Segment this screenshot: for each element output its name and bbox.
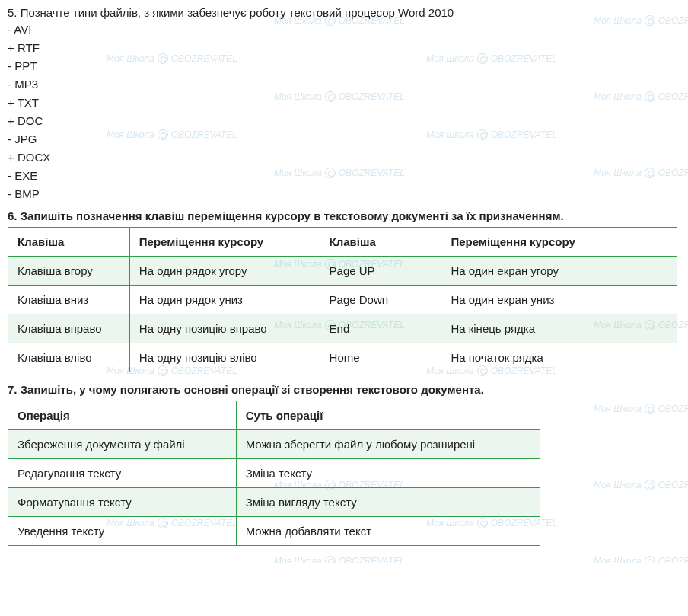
option: + RTF: [8, 39, 680, 57]
table-cell: На кінець рядка: [441, 314, 677, 343]
table-cell: Форматування тексту: [8, 488, 237, 517]
table-cell: Зміна тексту: [236, 459, 540, 488]
table-cell: Клавіша вгору: [8, 257, 130, 286]
table-cell: Page Down: [320, 286, 441, 314]
table-cell: Зміна вигляду тексту: [236, 488, 540, 517]
question-5-title: 5. Позначте типи файлів, з якими забезпе…: [8, 6, 680, 19]
table-cell: На один екран угору: [441, 257, 677, 286]
option: - BMP: [8, 185, 680, 203]
table-cell: На один екран униз: [441, 286, 677, 314]
table-cell: Клавіша вліво: [8, 343, 130, 372]
table-header: Переміщення курсору: [441, 228, 677, 257]
table-row: Клавіша вліво На одну позицію вліво Home…: [8, 343, 677, 372]
table-cell: Уведення тексту: [8, 517, 237, 546]
option: + DOC: [8, 112, 680, 130]
table-header-row: Клавіша Переміщення курсору Клавіша Пере…: [8, 228, 677, 257]
table-cell: Клавіша вниз: [8, 286, 130, 314]
table-cell: End: [320, 314, 441, 343]
question-5-options: - AVI + RTF - PPT - MP3 + TXT + DOC - JP…: [8, 21, 680, 203]
table-row: Клавіша вниз На один рядок униз Page Dow…: [8, 286, 677, 314]
option: + TXT: [8, 94, 680, 112]
table-header: Операція: [8, 401, 237, 430]
question-7-title: 7. Запишіть, у чому полягають основні оп…: [8, 383, 680, 396]
table-header: Переміщення курсору: [129, 228, 320, 257]
table-row: Редагування тексту Зміна тексту: [8, 459, 540, 488]
table-row: Клавіша вгору На один рядок угору Page U…: [8, 257, 677, 286]
option: - MP3: [8, 75, 680, 94]
table-cell: Клавіша вправо: [8, 314, 130, 343]
table-header: Клавіша: [320, 228, 441, 257]
option: - JPG: [8, 130, 680, 148]
table-cell: Можна зберегти файл у любому розширені: [236, 430, 540, 459]
table-cell: На початок рядка: [441, 343, 677, 372]
table-header: Клавіша: [8, 228, 130, 257]
option: - EXE: [8, 167, 680, 185]
table-cell: На одну позицію вліво: [129, 343, 320, 372]
table-cell: На одну позицію вправо: [129, 314, 320, 343]
question-7-table: Операція Суть операції Збереження докуме…: [8, 401, 540, 546]
table-row: Форматування тексту Зміна вигляду тексту: [8, 488, 540, 517]
option: + DOCX: [8, 148, 680, 167]
table-cell: Збереження документа у файлі: [8, 430, 237, 459]
table-cell: Page UP: [320, 257, 441, 286]
table-header: Суть операції: [236, 401, 540, 430]
table-row: Збереження документа у файлі Можна збере…: [8, 430, 540, 459]
question-6-title: 6. Запишіть позначення клавіш переміщенн…: [8, 209, 680, 222]
table-header-row: Операція Суть операції: [8, 401, 540, 430]
table-cell: Можна добавляти текст: [236, 517, 540, 546]
table-row: Уведення тексту Можна добавляти текст: [8, 517, 540, 546]
question-6-table: Клавіша Переміщення курсору Клавіша Пере…: [8, 227, 677, 372]
table-cell: На один рядок униз: [129, 286, 320, 314]
table-cell: На один рядок угору: [129, 257, 320, 286]
table-row: Клавіша вправо На одну позицію вправо En…: [8, 314, 677, 343]
option: - AVI: [8, 21, 680, 39]
table-cell: Home: [320, 343, 441, 372]
option: - PPT: [8, 57, 680, 75]
table-cell: Редагування тексту: [8, 459, 237, 488]
